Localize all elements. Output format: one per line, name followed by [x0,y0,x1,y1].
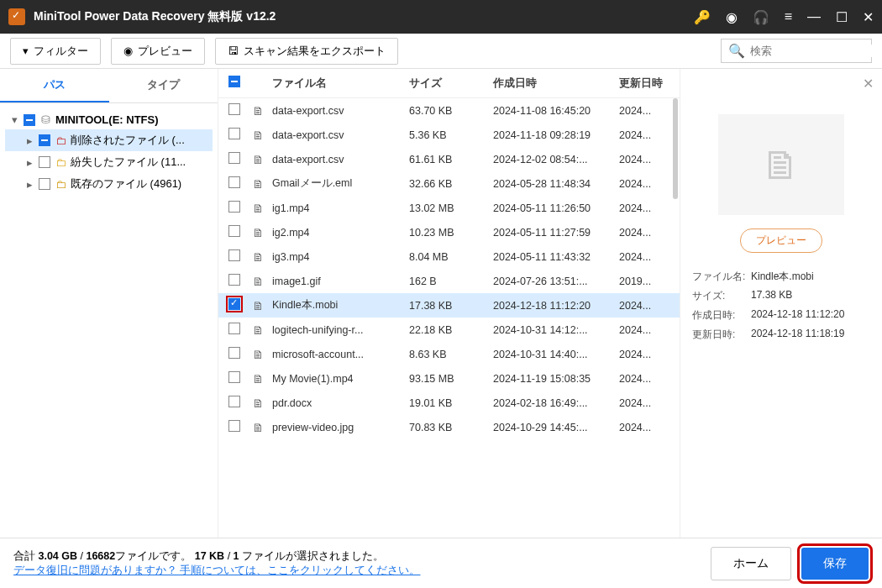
file-created: 2024-05-11 11:43:32 [493,251,619,263]
table-row[interactable]: 🗎My Movie(1).mp493.15 MB2024-11-19 15:08… [218,366,680,391]
row-checkbox[interactable] [228,103,240,115]
checkbox[interactable] [39,156,50,168]
file-icon: 🗎 [252,348,272,361]
tree-root-label: MINITOOL(E: NTFS) [55,113,159,126]
detail-created-label: 作成日時: [692,308,751,323]
row-checkbox[interactable] [228,274,240,286]
checkbox[interactable] [39,178,50,190]
detail-preview-button[interactable]: プレビュー [740,228,822,253]
checkbox[interactable] [24,114,35,126]
file-icon: 🗎 [252,226,272,239]
row-checkbox[interactable] [228,396,240,407]
tree-item-label: 紛失したファイル (11... [71,155,186,170]
eye-icon: ◉ [123,45,133,57]
detail-close-icon[interactable]: ✕ [863,76,874,92]
table-row[interactable]: 🗎logitech-unifying-r...22.18 KB2024-10-3… [218,318,680,342]
table-row[interactable]: 🗎ig3.mp48.04 MB2024-05-11 11:43:322024..… [218,244,680,269]
scrollbar[interactable] [673,98,678,199]
col-size[interactable]: サイズ [409,76,493,91]
detail-name-label: ファイル名: [692,270,751,284]
minimize-icon[interactable]: — [807,9,821,24]
table-row[interactable]: 🗎microsoft-account...8.63 KB2024-10-31 1… [218,342,680,366]
tree-item[interactable]: ▸🗀削除されたファイル (... [5,129,213,151]
home-button[interactable]: ホーム [711,547,791,580]
row-checkbox[interactable] [228,298,240,310]
table-row[interactable]: 🗎ig2.mp410.23 MB2024-05-11 11:27:592024.… [218,220,680,244]
file-modified: 2019... [619,276,669,287]
row-checkbox[interactable] [228,420,240,432]
file-created: 2024-02-18 16:49:... [493,397,619,409]
file-size: 10.23 MB [409,227,493,239]
caret-right-icon[interactable]: ▸ [24,156,35,169]
maximize-icon[interactable]: ☐ [836,9,848,25]
file-created: 2024-12-18 11:12:20 [493,300,619,312]
tree-root[interactable]: ▾ ⛁ MINITOOL(E: NTFS) [5,110,213,129]
table-row[interactable]: 🗎Gmailメール.eml32.66 KB2024-05-28 11:48:34… [218,171,680,196]
search-input[interactable] [750,45,882,57]
detail-name: Kindle本.mobi [751,270,870,284]
row-checkbox[interactable] [228,323,240,334]
table-row[interactable]: 🗎pdr.docx19.01 KB2024-02-18 16:49:...202… [218,391,680,415]
filter-button[interactable]: ▾フィルター [10,38,101,65]
col-created[interactable]: 作成日時 [493,76,619,91]
file-modified: 2024... [619,373,669,385]
row-checkbox[interactable] [228,371,240,383]
file-icon: 🗎 [252,153,272,166]
tree: ▾ ⛁ MINITOOL(E: NTFS) ▸🗀削除されたファイル (...▸🗀… [0,103,218,202]
close-icon[interactable]: ✕ [863,9,874,25]
row-checkbox[interactable] [228,176,240,188]
row-checkbox[interactable] [228,152,240,164]
col-modified[interactable]: 更新日時 [619,76,669,91]
tab-type[interactable]: タイプ [109,69,218,102]
tab-path[interactable]: パス [0,69,109,102]
menu-icon[interactable]: ≡ [785,9,792,24]
list-header: ファイル名 サイズ 作成日時 更新日時 [218,69,680,98]
headset-icon[interactable]: 🎧 [753,9,769,25]
tree-item[interactable]: ▸🗀紛失したファイル (11... [5,151,213,173]
file-modified: 2024... [619,300,669,312]
file-name: data-export.csv [272,154,409,165]
file-icon: 🗎 [252,177,272,191]
file-modified: 2024... [619,324,669,336]
file-icon: 🗎 [252,129,272,142]
title-bar: MiniTool Power Data Recovery 無料版 v12.2 🔑… [0,0,882,34]
table-row[interactable]: 🗎data-export.csv61.61 KB2024-12-02 08:54… [218,147,680,171]
row-checkbox[interactable] [228,128,240,139]
folder-icon: 🗀 [54,134,67,147]
caret-down-icon[interactable]: ▾ [8,113,20,126]
file-name: logitech-unifying-r... [272,324,409,336]
list-body[interactable]: 🗎data-export.csv63.70 KB2024-11-08 16:45… [218,98,680,538]
preview-button[interactable]: ◉プレビュー [111,38,205,65]
help-link[interactable]: データ復旧に問題がありますか？ 手順については、ここをクリックしてください。 [13,564,711,578]
tree-item[interactable]: ▸🗀既存のファイル (4961) [5,173,213,195]
file-name: image1.gif [272,276,409,287]
table-row[interactable]: 🗎image1.gif162 B2024-07-26 13:51:...2019… [218,269,680,293]
file-size: 8.04 MB [409,251,493,263]
table-row[interactable]: 🗎data-export.csv5.36 KB2024-11-18 09:28:… [218,123,680,147]
folder-icon: 🗀 [54,156,67,169]
checkbox[interactable] [39,134,50,146]
row-checkbox[interactable] [228,347,240,359]
caret-right-icon[interactable]: ▸ [24,134,35,147]
col-name[interactable]: ファイル名 [272,76,409,91]
save-button[interactable]: 保存 [801,548,869,580]
row-checkbox[interactable] [228,201,240,213]
file-name: My Movie(1).mp4 [272,373,409,385]
table-row[interactable]: 🗎Kindle本.mobi17.38 KB2024-12-18 11:12:20… [218,293,680,318]
table-row[interactable]: 🗎ig1.mp413.02 MB2024-05-11 11:26:502024.… [218,196,680,220]
caret-right-icon[interactable]: ▸ [24,178,35,191]
table-row[interactable]: 🗎data-export.csv63.70 KB2024-11-08 16:45… [218,98,680,123]
key-icon[interactable]: 🔑 [694,9,711,25]
file-modified: 2024... [619,129,669,141]
row-checkbox[interactable] [228,225,240,237]
export-button[interactable]: 🖫スキャン結果をエクスポート [215,38,398,65]
row-checkbox[interactable] [228,249,240,261]
file-created: 2024-12-02 08:54:... [493,154,619,165]
header-checkbox[interactable] [228,76,240,87]
detail-pane: ✕ 🗎 プレビュー ファイル名:Kindle本.mobi サイズ:17.38 K… [680,69,882,538]
footer-summary: 合計 3.04 GB / 16682ファイルです。 17 KB / 1 ファイル… [13,549,711,564]
file-created: 2024-11-08 16:45:20 [493,105,619,117]
globe-icon[interactable]: ◉ [726,9,738,25]
search-box[interactable]: 🔍 [721,39,872,63]
table-row[interactable]: 🗎preview-video.jpg70.83 KB2024-10-29 14:… [218,415,680,439]
